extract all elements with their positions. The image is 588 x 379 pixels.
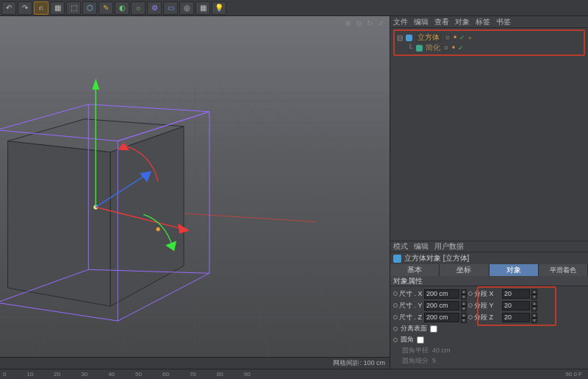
hierarchy-item-subdivision[interactable]: └ 简化 • ✓ — [397, 43, 581, 53]
svg-point-34 — [156, 227, 160, 231]
toolbar-undo-button[interactable]: ↶ — [1, 1, 16, 15]
param-row-size-x: 尺寸 . X ▲▼ 分段 X ▲▼ — [393, 288, 585, 300]
size-x-stepper[interactable]: ▲▼ — [461, 289, 467, 299]
toolbar-deformer-button[interactable]: ☼ — [131, 1, 146, 15]
param-label: 尺寸 . X — [399, 289, 423, 299]
fillet-radius-row: 圆角半径 40 cm — [393, 345, 585, 355]
attribute-group-title: 对象属性 — [390, 276, 588, 286]
keyframe-bullet-icon[interactable] — [393, 303, 398, 308]
attr-menu-mode[interactable]: 模式 — [393, 241, 408, 252]
hier-menu-object[interactable]: 对象 — [455, 17, 470, 27]
timeline-tick: 0 — [3, 371, 6, 378]
timeline-tick: 90 — [244, 371, 251, 378]
cube-icon — [406, 35, 412, 41]
svg-marker-27 — [92, 79, 99, 90]
right-panels: 文件 编辑 查看 对象 标签 书签 ⊟ 立方体 • ✓ ◦ └ — [390, 16, 588, 369]
toolbar-primitive-cube-button[interactable]: ⬡ — [82, 1, 97, 15]
hierarchy-empty-space[interactable] — [390, 56, 588, 241]
toolbar-render-button[interactable]: ⎌ — [34, 1, 49, 15]
keyframe-bullet-icon[interactable] — [393, 291, 398, 296]
keyframe-bullet-icon[interactable] — [393, 327, 398, 331]
disabled-value: 5 — [432, 357, 436, 364]
timeline-tick: 10 — [26, 371, 33, 378]
hierarchy-menubar: 文件 编辑 查看 对象 标签 书签 — [390, 16, 588, 28]
keyframe-bullet-icon[interactable] — [393, 315, 398, 319]
toolbar-btn-13[interactable]: ▦ — [196, 1, 210, 15]
toolbar-env-button[interactable]: ⚙ — [147, 1, 162, 15]
fillet-checkbox[interactable] — [417, 336, 424, 344]
segments-z-stepper[interactable]: ▲▼ — [531, 313, 537, 322]
fillet-row: 圆角 — [393, 334, 585, 345]
timeline-tick: 80 — [217, 371, 223, 378]
hier-menu-edit[interactable]: 编辑 — [414, 17, 429, 27]
enable-tick-icon[interactable]: ✓ — [459, 34, 465, 41]
param-label: 尺寸 . Y — [399, 301, 423, 311]
hier-menu-view[interactable]: 查看 — [434, 17, 449, 27]
attr-menu-userdata[interactable]: 用户数据 — [434, 241, 464, 252]
check-label: 圆角 — [401, 335, 414, 344]
size-x-input[interactable] — [424, 289, 459, 299]
svg-marker-21 — [8, 141, 111, 307]
layer-dot-icon[interactable]: • — [452, 45, 455, 51]
segments-x-stepper[interactable]: ▲▼ — [531, 289, 537, 299]
param-row-size-z: 尺寸 . Z ▲▼ 分段 Z ▲▼ — [393, 311, 585, 323]
disabled-label: 圆角细分 — [402, 357, 429, 364]
fillet-subdiv-row: 圆角细分 5 — [393, 355, 585, 366]
separate-surfaces-checkbox[interactable] — [430, 325, 437, 333]
segments-x-input[interactable] — [502, 289, 530, 299]
main-toolbar: ↶ ↷ ⎌ ▦ ⬚ ⬡ ✎ ◐ ☼ ⚙ ▭ ◎ ▦ 💡 — [0, 0, 588, 16]
keyframe-bullet-icon[interactable] — [468, 303, 473, 308]
segments-z-input[interactable] — [502, 313, 530, 322]
hier-item-label: 简化 — [426, 43, 440, 53]
disabled-label: 圆角半径 — [402, 347, 429, 354]
size-z-stepper[interactable]: ▲▼ — [461, 313, 467, 322]
segments-y-stepper[interactable]: ▲▼ — [531, 301, 537, 311]
toolbar-btn-4[interactable]: ▦ — [50, 1, 65, 15]
size-y-stepper[interactable]: ▲▼ — [461, 301, 467, 311]
main-area: ⊕ ⊖ ↻ ⤢ — [0, 16, 588, 369]
hier-menu-tags[interactable]: 标签 — [476, 17, 490, 27]
keyframe-bullet-icon[interactable] — [468, 291, 473, 296]
timeline-tick: 40 — [108, 371, 115, 378]
hierarchy-item-cube[interactable]: ⊟ 立方体 • ✓ ◦ — [397, 32, 581, 43]
viewport-3d[interactable]: ⊕ ⊖ ↻ ⤢ — [0, 16, 390, 369]
layer-dot-icon[interactable]: • — [453, 35, 456, 40]
svg-line-17 — [235, 88, 390, 369]
toolbar-camera-button[interactable]: ▭ — [163, 1, 178, 15]
toolbar-redo-button[interactable]: ↷ — [18, 1, 32, 15]
toolbar-generator-button[interactable]: ◐ — [115, 1, 129, 15]
attr-menu-edit[interactable]: 编辑 — [414, 241, 429, 252]
size-z-input[interactable] — [424, 313, 459, 322]
timeline[interactable]: 0 10 20 30 40 50 60 70 80 90 90 0 F — [0, 369, 588, 379]
timeline-tick: 60 — [162, 371, 169, 378]
segments-y-input[interactable] — [502, 301, 530, 311]
tab-coord[interactable]: 坐标 — [440, 264, 489, 276]
param-label: 分段 Z — [474, 313, 493, 322]
deformer-icon — [416, 45, 423, 52]
keyframe-bullet-icon[interactable] — [468, 315, 473, 319]
phong-tag-icon[interactable]: ◦ — [468, 35, 471, 40]
toolbar-spline-button[interactable]: ✎ — [98, 1, 113, 15]
tab-object[interactable]: 对象 — [490, 264, 539, 276]
toolbar-btn-5[interactable]: ⬚ — [66, 1, 81, 15]
hier-item-label: 立方体 — [415, 32, 442, 43]
svg-line-15 — [206, 88, 272, 369]
app-root: ↶ ↷ ⎌ ▦ ⬚ ⬡ ✎ ◐ ☼ ⚙ ▭ ◎ ▦ 💡 ⊕ ⊖ ↻ ⤢ — [0, 0, 588, 379]
expand-icon[interactable]: ⊟ — [397, 34, 403, 42]
visibility-tag[interactable] — [443, 45, 449, 51]
enable-tick-icon[interactable]: ✓ — [458, 44, 464, 52]
hier-menu-bookmarks[interactable]: 书签 — [496, 17, 511, 27]
toolbar-light-button[interactable]: 💡 — [212, 1, 226, 15]
tab-phong[interactable]: 平滑着色(Phong) — [539, 264, 588, 276]
attribute-params: 尺寸 . X ▲▼ 分段 X ▲▼ 尺寸 . Y ▲▼ 分段 Y ▲▼ 尺寸 . — [390, 286, 588, 369]
hier-menu-file[interactable]: 文件 — [393, 17, 408, 27]
param-label: 分段 X — [474, 289, 494, 299]
keyframe-bullet-icon[interactable] — [393, 338, 398, 342]
toolbar-btn-12[interactable]: ◎ — [179, 1, 194, 15]
param-row-size-y: 尺寸 . Y ▲▼ 分段 Y ▲▼ — [393, 300, 585, 311]
size-y-input[interactable] — [424, 301, 459, 311]
tab-basic[interactable]: 基本 — [390, 264, 440, 276]
visibility-tag[interactable] — [445, 35, 451, 40]
svg-line-16 — [220, 88, 360, 369]
check-label: 分离表面 — [401, 324, 427, 333]
